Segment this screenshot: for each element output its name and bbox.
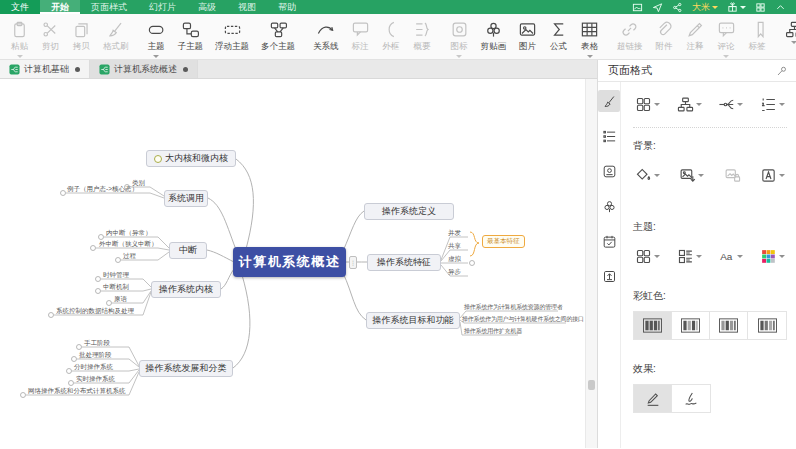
canvas-vertical-scrollbar[interactable] [585,79,597,448]
rainbow-option-3[interactable] [710,312,748,339]
share-icon[interactable] [672,2,683,13]
mindmap-topic[interactable]: 系统调用 [164,190,208,207]
floating-topic-button[interactable]: 浮动主题 [209,20,255,53]
mindmap-leaf[interactable]: 分时操作系统 [74,363,113,372]
premium-menu[interactable] [727,2,746,13]
multi-topic-button[interactable]: 多个主题 [255,20,301,53]
mindmap-leaf[interactable]: 操作系统用作扩充机器 [464,327,522,336]
mindmap-leaf[interactable]: 时钟管理 [103,271,129,280]
send-icon[interactable] [652,2,663,13]
theme-color-button[interactable] [758,246,787,267]
callout-button[interactable]: 标注 [345,20,376,53]
format-painter-button[interactable]: 格式刷 [97,20,135,53]
mindmap-topic[interactable]: 操作系统发展和分类 [139,360,233,377]
rail-format-brush-button[interactable] [598,90,620,112]
mindmap-leaf[interactable]: 虚拟 [448,255,461,264]
theme-gallery-button[interactable] [633,246,662,267]
note-button[interactable]: 注释 [680,20,711,53]
effect-option-sketch[interactable] [672,385,710,412]
mindmap-topic[interactable]: 操作系统定义 [364,203,454,220]
pin-icon[interactable] [776,65,788,77]
mindmap-leaf[interactable]: 外中断（狭义中断） [99,240,158,249]
background-image-button[interactable] [677,165,706,186]
relationship-button[interactable]: 关系线 [307,20,345,53]
structure-button[interactable] [779,20,796,44]
rail-outline-button[interactable] [598,125,620,147]
numbering-button[interactable] [758,94,787,115]
mindmap-leaf[interactable]: 批处理阶段 [79,351,112,360]
rainbow-option-2[interactable] [672,312,710,339]
clipart-button[interactable]: 剪贴画 [475,20,513,53]
copy-button[interactable]: 拷贝 [66,20,97,53]
table-button[interactable]: 表格 [574,20,605,58]
picture-button[interactable]: 图片 [512,20,543,53]
summary-button[interactable]: 概要 [407,20,438,53]
tag-button[interactable]: 标签 [742,20,773,53]
attachment-button[interactable]: 附件 [649,20,680,53]
mindmap-topic[interactable]: 中断 [169,242,207,259]
doc-tab-computer-basics[interactable]: 计算机基础 [0,60,90,78]
effect-option-pencil[interactable] [634,385,672,412]
doc-tab-computer-system-overview[interactable]: 计算机系统概述 [90,60,198,78]
rail-clipart-button[interactable] [598,195,620,217]
background-fill-button[interactable] [633,165,662,186]
style-gallery-button[interactable] [633,94,662,115]
background-text-button[interactable] [758,165,787,186]
mindmap-leaf[interactable]: 内中断（异常） [106,229,152,238]
window-image-icon[interactable] [632,2,643,13]
background-image-lock-button[interactable] [722,165,743,186]
mindmap-leaf[interactable]: 操作系统作为用户与计算机硬件系统之间的接口 [462,315,584,324]
boundary-button[interactable]: 外框 [376,20,407,53]
branch-style-button[interactable] [716,94,745,115]
node-handle[interactable]: ⋮ [349,256,357,269]
theme-font-button[interactable]: Aa [716,246,745,267]
hyperlink-button[interactable]: 超链接 [611,20,649,53]
menu-slides[interactable]: 幻灯片 [138,0,187,14]
dropdown-caret-icon [456,55,462,58]
mindmap-leaf[interactable]: 手工阶段 [84,339,110,348]
mindmap-leaf[interactable]: 并发 [448,229,461,238]
mindmap-canvas[interactable]: 计算机系统概述 ⋮ 大内核和微内核 系统调用 中断 操作系统内核 操作系统发展和… [0,79,597,448]
rail-marker-button[interactable] [598,160,620,182]
mindmap-leaf[interactable]: 操作系统作为计算机系统资源的管理者 [464,303,563,312]
menu-file[interactable]: 文件 [0,0,40,14]
menu-page-style[interactable]: 页面样式 [80,0,138,14]
menu-advanced[interactable]: 高级 [187,0,227,14]
marker-button[interactable]: 图标 [444,20,475,58]
mindmap-leaf[interactable]: 系统控制的数据结构及处理 [56,307,134,316]
scrollbar-thumb[interactable] [588,380,595,390]
mindmap-leaf[interactable]: 共享 [448,242,461,251]
mindmap-topic[interactable]: 操作系统内核 [151,281,221,298]
stamp-icon [602,164,617,179]
mindmap-leaf[interactable]: 异步 [448,268,461,277]
mindmap-leaf[interactable]: 中断机制 [103,283,129,292]
paste-button[interactable]: 粘贴 [4,20,35,58]
mindmap-leaf[interactable]: 例子（用户态->核心态） [67,185,138,194]
formula-button[interactable]: 公式 [543,20,574,53]
mindmap-topic[interactable]: 操作系统目标和功能 [366,312,460,329]
comment-button[interactable]: 评论 [711,20,742,58]
menu-help[interactable]: 帮助 [267,0,307,14]
rainbow-option-1[interactable] [634,312,672,339]
rainbow-option-4[interactable] [748,312,786,339]
menu-home[interactable]: 开始 [40,0,80,14]
mindmap-topic[interactable]: 大内核和微内核 [146,150,236,167]
cut-button[interactable]: 剪切 [35,20,66,53]
mindmap-leaf[interactable]: 原语 [114,295,127,304]
apps-grid-icon[interactable] [755,2,766,13]
collapse-ribbon-icon[interactable] [775,2,786,13]
account-menu[interactable]: 大米 [692,1,718,14]
subtopic-button[interactable]: 子主题 [172,20,210,53]
root-topic[interactable]: 计算机系统概述 [233,247,346,277]
topic-button[interactable]: 主题 [141,20,172,58]
layout-button[interactable] [675,94,704,115]
mindmap-topic[interactable]: 操作系统特征 [367,254,441,271]
callout-label[interactable]: 最基本特征 [482,235,525,248]
menu-view[interactable]: 视图 [227,0,267,14]
mindmap-leaf[interactable]: 过程 [123,252,136,261]
mindmap-leaf[interactable]: 网络操作系统和分布式计算机系统 [28,387,126,396]
theme-layout-button[interactable] [675,246,704,267]
rail-task-button[interactable] [598,230,620,252]
rail-export-button[interactable] [598,265,620,287]
mindmap-leaf[interactable]: 实时操作系统 [76,375,115,384]
